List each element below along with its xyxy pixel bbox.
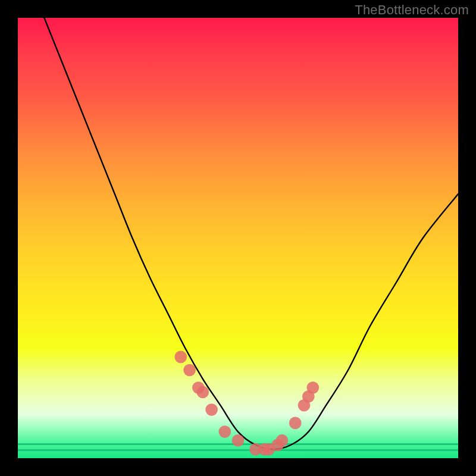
highlight-markers xyxy=(174,350,319,455)
marker-point xyxy=(196,386,209,399)
marker-point xyxy=(298,399,311,412)
marker-point xyxy=(306,381,319,394)
marker-point xyxy=(218,425,231,438)
curve-svg xyxy=(18,18,458,458)
marker-point xyxy=(192,381,205,394)
marker-point xyxy=(174,350,187,363)
marker-point xyxy=(302,390,315,403)
marker-point xyxy=(289,416,302,429)
watermark-text: TheBottleneck.com xyxy=(355,2,469,18)
lower-green-band-1 xyxy=(18,443,458,445)
bottleneck-curve xyxy=(44,18,458,449)
plot-area xyxy=(18,18,458,458)
lower-green-band-2 xyxy=(18,449,458,451)
marker-point xyxy=(183,364,196,377)
chart-outer-frame: TheBottleneck.com xyxy=(0,0,476,476)
marker-point xyxy=(205,403,218,416)
